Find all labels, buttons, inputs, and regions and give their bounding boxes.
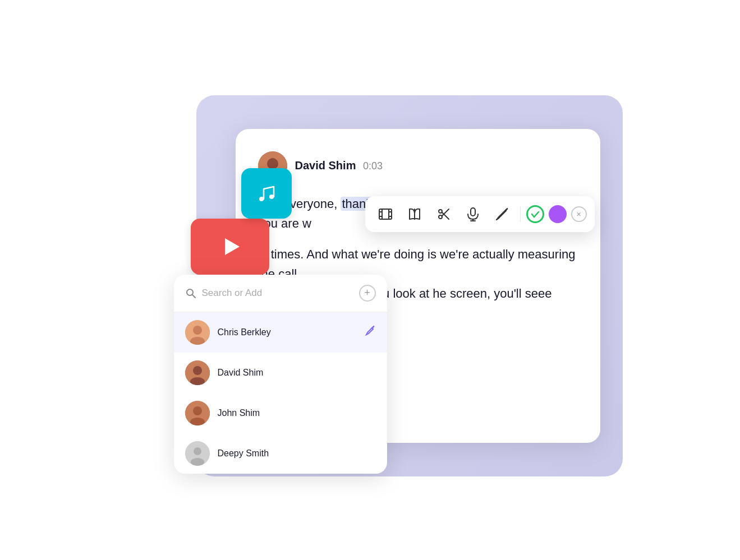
film-icon	[378, 207, 393, 221]
speaker-info: David Shim 0:03	[295, 159, 383, 172]
svg-rect-6	[379, 209, 392, 219]
scissors-icon	[436, 207, 451, 221]
pen-button[interactable]	[490, 202, 514, 226]
search-panel: Search or Add + Chris Berkley	[174, 275, 387, 474]
svg-point-25	[193, 326, 202, 335]
svg-point-28	[193, 366, 202, 375]
deepy-avatar	[185, 441, 210, 466]
svg-point-31	[193, 406, 202, 415]
pen-icon	[495, 207, 509, 221]
svg-marker-2	[225, 238, 240, 255]
svg-point-0	[259, 197, 264, 201]
checkmark-icon	[530, 209, 540, 219]
toolbar-divider	[520, 206, 521, 222]
speaker-name: David Shim	[295, 159, 356, 172]
john-name: John Shim	[218, 408, 376, 418]
play-card	[191, 219, 269, 275]
svg-point-4	[267, 158, 278, 169]
chris-name: Chris Berkley	[218, 327, 357, 337]
svg-point-34	[194, 447, 201, 455]
contact-item-david[interactable]: David Shim	[174, 353, 387, 393]
search-icon	[185, 288, 196, 299]
transcript-header: David Shim 0:03	[258, 151, 578, 181]
contact-item-chris[interactable]: Chris Berkley	[174, 312, 387, 353]
speaker-time: 0:03	[363, 160, 383, 172]
david-name: David Shim	[218, 368, 376, 378]
deepy-name: Deepy Smith	[218, 448, 376, 459]
book-icon	[407, 207, 422, 221]
svg-rect-18	[471, 208, 475, 216]
music-card	[241, 168, 292, 219]
contact-item-john[interactable]: John Shim	[174, 393, 387, 433]
svg-line-23	[192, 295, 195, 298]
mic-button[interactable]	[461, 202, 485, 226]
plus-icon: +	[364, 287, 370, 299]
close-icon: ×	[576, 210, 581, 219]
status-green-button[interactable]	[526, 205, 544, 223]
john-avatar	[185, 401, 210, 425]
chris-avatar	[185, 320, 210, 345]
david-avatar	[185, 360, 210, 385]
svg-line-21	[497, 218, 499, 220]
svg-point-1	[269, 195, 274, 199]
toolbar-popup: ×	[365, 196, 595, 232]
search-header: Search or Add +	[174, 275, 387, 312]
scene: David Shim 0:03 Hey everyone, thanks for…	[118, 62, 623, 499]
book-button[interactable]	[402, 202, 427, 226]
scissors-button[interactable]	[431, 202, 456, 226]
status-purple-button[interactable]	[549, 205, 567, 223]
contact-item-deepy[interactable]: Deepy Smith	[174, 433, 387, 474]
svg-point-35	[191, 458, 204, 466]
film-button[interactable]	[373, 202, 398, 226]
edit-icon[interactable]	[365, 325, 376, 339]
add-button[interactable]: +	[359, 285, 376, 302]
close-button[interactable]: ×	[571, 206, 587, 222]
play-icon	[216, 233, 244, 261]
mic-icon	[466, 207, 480, 221]
music-note-icon	[254, 181, 279, 206]
search-placeholder[interactable]: Search or Add	[202, 288, 353, 299]
